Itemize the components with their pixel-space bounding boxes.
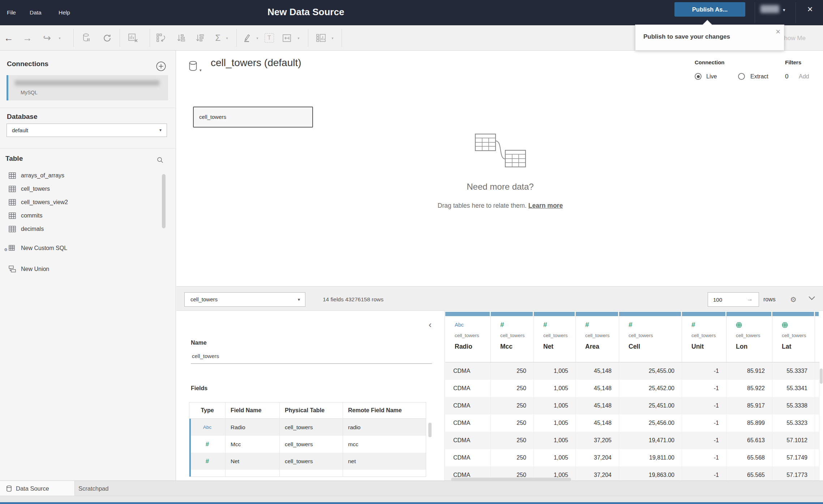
drag-tables-hint: Drag tables here to relate them. Learn m…	[398, 202, 603, 210]
redo-button[interactable]: →	[22, 25, 33, 51]
collapse-metadata-icon[interactable]: ‹	[429, 320, 432, 330]
name-value[interactable]: cell_towers	[192, 353, 219, 359]
collapse-preview-chevron-icon[interactable]	[808, 295, 815, 302]
cell: 65.565	[726, 466, 772, 481]
database-heading: Database	[7, 113, 38, 121]
column-table: cell_towers	[736, 333, 760, 338]
column-accent-bar	[576, 312, 618, 316]
replay-caret-icon[interactable]: ▾	[56, 25, 63, 51]
cell: 1,005	[534, 432, 576, 449]
tab-data-source[interactable]: Data Source	[0, 481, 75, 496]
cell: -1	[682, 466, 726, 481]
titlebar-divider	[796, 2, 796, 23]
cell	[815, 466, 819, 481]
cell: CDMA	[445, 380, 491, 397]
sort-ascending-icon[interactable]	[173, 25, 188, 51]
sheet-tabbar: Data Source Scratchpad	[0, 481, 823, 496]
undo-button[interactable]: ←	[3, 25, 14, 51]
sidebar-item-commits[interactable]: commits	[0, 209, 159, 222]
publish-as-button[interactable]: Publish As...	[674, 2, 745, 17]
show-cards-caret-icon[interactable]: ▾	[330, 25, 335, 51]
live-radio[interactable]	[695, 73, 702, 80]
totals-sigma-icon[interactable]: Σ	[213, 25, 223, 51]
need-more-data-title: Need more data?	[428, 182, 573, 192]
grid-col-unit[interactable]: # cell_towers Unit	[682, 312, 726, 362]
connection-item[interactable]: MySQL	[7, 75, 168, 100]
field-row-mcc[interactable]: # Mcc cell_towers mcc	[189, 436, 426, 453]
learn-more-link[interactable]: Learn more	[528, 202, 563, 209]
grid-horizontal-scrollbar[interactable]	[451, 478, 571, 481]
datasource-db-icon[interactable]	[189, 61, 198, 73]
pause-updates-icon[interactable]	[80, 25, 93, 51]
canvas-table-cell-towers[interactable]: cell_towers	[193, 107, 313, 128]
add-connection-icon[interactable]	[156, 61, 166, 73]
cell: 37,205	[576, 432, 619, 449]
grid-col-net[interactable]: # cell_towers Net	[534, 312, 576, 362]
show-cards-icon[interactable]	[314, 25, 328, 51]
highlight-caret-icon[interactable]: ▾	[254, 25, 260, 51]
extract-radio[interactable]	[738, 73, 745, 80]
tab-scratchpad[interactable]: Scratchpad	[78, 481, 108, 496]
sort-descending-icon[interactable]	[192, 25, 207, 51]
sidebar-item-arrays-of-arrays[interactable]: arrays_of_arrays	[0, 169, 159, 182]
filters-label: Filters	[785, 59, 801, 65]
grid-col-area[interactable]: # cell_towers Area	[576, 312, 619, 362]
database-select[interactable]: default ▾	[7, 124, 167, 137]
field-row-radio[interactable]: Abc Radio cell_towers radio	[189, 419, 426, 436]
datasource-cylinder-icon	[6, 485, 12, 492]
sidebar-item-cell-towers[interactable]: cell_towers	[0, 182, 159, 195]
sidebar-item-decimals[interactable]: decimals	[0, 222, 159, 236]
field-row-net[interactable]: # Net cell_towers net	[189, 453, 426, 470]
preview-settings-gear-icon[interactable]: ⚙	[790, 292, 797, 307]
highlight-pen-icon[interactable]	[241, 25, 253, 51]
menu-help[interactable]: Help	[59, 0, 70, 25]
cell: 25,452.00	[619, 380, 682, 397]
table-row: CDMA 250 1,005 45,148 25,452.00 -1 85.92…	[445, 380, 819, 397]
grid-col-cell[interactable]: # cell_towers Cell	[619, 312, 682, 362]
tab-data-source-label: Data Source	[16, 485, 49, 492]
menu-file[interactable]: File	[7, 0, 16, 25]
sidebar-scrollbar[interactable]	[162, 174, 166, 228]
sidebar-item-cell-towers-view2[interactable]: cell_towers_view2	[0, 195, 159, 209]
refresh-icon[interactable]	[100, 25, 113, 51]
fit-width-icon[interactable]	[280, 25, 294, 51]
close-window-icon[interactable]: ×	[805, 4, 815, 14]
fields-table-header: Type Field Name Physical Table Remote Fi…	[189, 402, 426, 419]
cell: 1,005	[534, 414, 576, 432]
cell: 37,204	[576, 466, 619, 481]
totals-caret-icon[interactable]: ▾	[224, 25, 230, 51]
tooltip-close-icon[interactable]: ×	[776, 27, 780, 36]
user-menu-caret-icon[interactable]: ▾	[783, 7, 785, 13]
column-name: Unit	[691, 343, 704, 350]
swap-rows-columns-icon[interactable]	[154, 25, 168, 51]
grid-col-mcc[interactable]: # cell_towers Mcc	[491, 312, 534, 362]
clear-sheet-icon[interactable]	[126, 25, 140, 51]
sidebar-divider	[0, 108, 176, 108]
grid-col-radio[interactable]: Abc cell_towers Radio	[445, 312, 491, 362]
replay-button[interactable]: ↪	[40, 25, 53, 51]
status-strip	[0, 496, 823, 502]
text-annotation-icon[interactable]: T	[263, 25, 275, 51]
apply-rows-arrow-icon[interactable]: →	[747, 292, 753, 307]
grid-col-lon[interactable]: cell_towers Lon	[726, 312, 772, 362]
new-custom-sql-button[interactable]: ⚙ New Custom SQL	[0, 241, 159, 255]
extract-label[interactable]: Extract	[750, 73, 768, 80]
fields-table-scrollbar[interactable]	[428, 423, 432, 437]
live-label[interactable]: Live	[706, 73, 717, 80]
grid-col-lat[interactable]: cell_towers Lat	[772, 312, 815, 362]
menu-data[interactable]: Data	[30, 0, 42, 25]
field-physical-table: cell_towers	[280, 419, 343, 436]
fit-caret-icon[interactable]: ▾	[296, 25, 301, 51]
filters-add-button[interactable]: Add	[799, 73, 809, 80]
table-heading: Table	[5, 155, 23, 163]
cell: 250	[491, 449, 534, 466]
datasource-caret-icon[interactable]: ▾	[200, 68, 202, 73]
user-avatar[interactable]	[760, 5, 779, 13]
preview-table-select[interactable]: cell_towers ▾	[184, 292, 305, 307]
grid-vertical-scrollbar[interactable]	[820, 369, 823, 384]
table-search-icon[interactable]	[157, 157, 163, 165]
toolbar-divider	[73, 29, 74, 47]
new-union-button[interactable]: New Union	[0, 262, 159, 276]
cell: 65.568	[726, 449, 772, 466]
grid-col-partial	[815, 312, 819, 362]
